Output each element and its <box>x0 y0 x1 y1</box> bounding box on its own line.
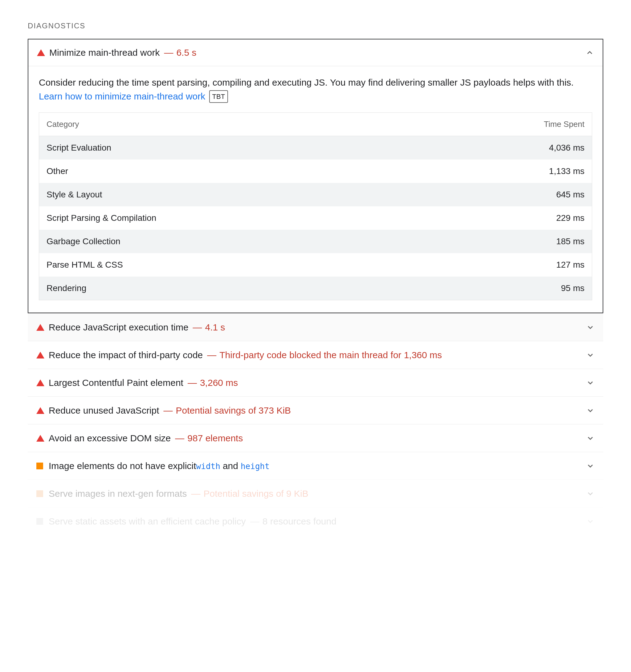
table-row: Other1,133 ms <box>39 160 592 183</box>
info-square-icon <box>37 518 49 525</box>
table-row: Rendering95 ms <box>39 277 592 300</box>
and-word: and <box>223 461 238 471</box>
audit-metric: Third-party code blocked the main thread… <box>219 350 442 360</box>
cell-category: Parse HTML & CSS <box>47 260 123 270</box>
cell-time: 1,133 ms <box>549 166 584 176</box>
description-text: Consider reducing the time spent parsing… <box>39 77 574 88</box>
audit-row[interactable]: Avoid an excessive DOM size—987 elements <box>28 424 603 452</box>
audit-metric: 3,260 ms <box>200 378 238 388</box>
table-header: Category Time Spent <box>39 113 592 136</box>
code-width: width <box>196 462 220 471</box>
chevron-down-icon <box>586 351 594 359</box>
chevron-down-icon <box>586 462 594 470</box>
table-row: Script Evaluation4,036 ms <box>39 136 592 160</box>
cell-category: Script Parsing & Compilation <box>47 213 156 223</box>
audit-header-toggle[interactable]: Minimize main-thread work — 6.5 s <box>28 40 603 66</box>
audit-expanded-minimize-main-thread: Minimize main-thread work — 6.5 s Consid… <box>28 39 603 313</box>
audit-row[interactable]: Reduce JavaScript execution time—4.1 s <box>28 313 603 341</box>
learn-more-link[interactable]: Learn how to minimize main-thread work <box>39 91 205 101</box>
cell-time: 127 ms <box>556 260 584 270</box>
audit-description: Consider reducing the time spent parsing… <box>39 75 592 103</box>
audit-metric: Potential savings of 9 KiB <box>204 488 308 499</box>
audit-title: Reduce unused JavaScript <box>49 405 159 416</box>
cell-category: Script Evaluation <box>47 143 111 153</box>
fail-triangle-icon <box>37 49 49 56</box>
cell-category: Other <box>47 166 68 176</box>
audit-row[interactable]: Largest Contentful Paint element—3,260 m… <box>28 369 603 397</box>
chevron-up-icon <box>585 48 594 57</box>
dash: — <box>164 405 173 416</box>
audit-row[interactable]: Reduce the impact of third-party code—Th… <box>28 341 603 369</box>
cell-time: 4,036 ms <box>549 143 584 153</box>
fail-triangle-icon <box>37 435 49 442</box>
cell-category: Rendering <box>47 283 86 293</box>
cell-time: 185 ms <box>556 237 584 246</box>
fail-triangle-icon <box>37 407 49 414</box>
chevron-down-icon <box>586 323 594 332</box>
audit-metric: 987 elements <box>187 433 243 443</box>
chevron-down-icon <box>586 489 594 498</box>
dash: — <box>164 47 173 58</box>
audit-metric: Potential savings of 373 KiB <box>176 405 291 416</box>
audit-body: Consider reducing the time spent parsing… <box>28 66 603 313</box>
cell-category: Garbage Collection <box>47 237 120 246</box>
tbt-badge: TBT <box>209 90 228 103</box>
table-row: Garbage Collection185 ms <box>39 230 592 253</box>
main-thread-table: Category Time Spent Script Evaluation4,0… <box>39 113 592 300</box>
code-height: height <box>241 462 270 471</box>
audit-title: Reduce the impact of third-party code <box>49 350 203 360</box>
table-row: Parse HTML & CSS127 ms <box>39 253 592 277</box>
audit-title: Image elements do not have explicit <box>49 461 196 471</box>
audit-title: Avoid an excessive DOM size <box>49 433 171 443</box>
audit-metric: 6.5 s <box>176 47 196 58</box>
col-time-spent: Time Spent <box>544 120 584 129</box>
cell-category: Style & Layout <box>47 190 102 199</box>
audit-row-image-dimensions[interactable]: Image elements do not have explicit widt… <box>28 452 603 480</box>
audit-row[interactable]: Reduce unused JavaScript—Potential savin… <box>28 397 603 424</box>
cell-time: 95 ms <box>561 283 584 293</box>
fail-triangle-icon <box>37 324 49 331</box>
dash: — <box>193 322 202 333</box>
dash: — <box>175 433 184 443</box>
chevron-down-icon <box>586 434 594 442</box>
cell-time: 229 ms <box>556 213 584 223</box>
chevron-down-icon <box>586 379 594 387</box>
table-row: Style & Layout645 ms <box>39 183 592 206</box>
audit-title: Serve images in next-gen formats <box>49 488 187 499</box>
table-row: Script Parsing & Compilation229 ms <box>39 206 592 230</box>
dash: — <box>188 378 197 388</box>
average-square-icon <box>37 462 49 470</box>
audit-title: Largest Contentful Paint element <box>49 378 183 388</box>
fail-triangle-icon <box>37 379 49 386</box>
chevron-down-icon <box>586 517 594 526</box>
col-category: Category <box>47 120 79 129</box>
chevron-down-icon <box>586 406 594 415</box>
audit-title: Serve static assets with an efficient ca… <box>49 516 246 527</box>
audit-metric: 8 resources found <box>262 516 336 527</box>
audit-row-nextgen-formats[interactable]: Serve images in next-gen formats — Poten… <box>28 480 603 507</box>
audit-title: Minimize main-thread work <box>49 47 160 58</box>
fail-triangle-icon <box>37 352 49 359</box>
dash: — <box>207 350 216 360</box>
audit-metric: 4.1 s <box>205 322 225 333</box>
dash: — <box>250 516 259 527</box>
audit-title: Reduce JavaScript execution time <box>49 322 189 333</box>
audit-row-cache-policy[interactable]: Serve static assets with an efficient ca… <box>28 507 603 535</box>
diagnostics-section-header: DIAGNOSTICS <box>28 22 603 30</box>
dash: — <box>191 488 201 499</box>
cell-time: 645 ms <box>556 190 584 199</box>
average-square-icon <box>37 490 49 497</box>
